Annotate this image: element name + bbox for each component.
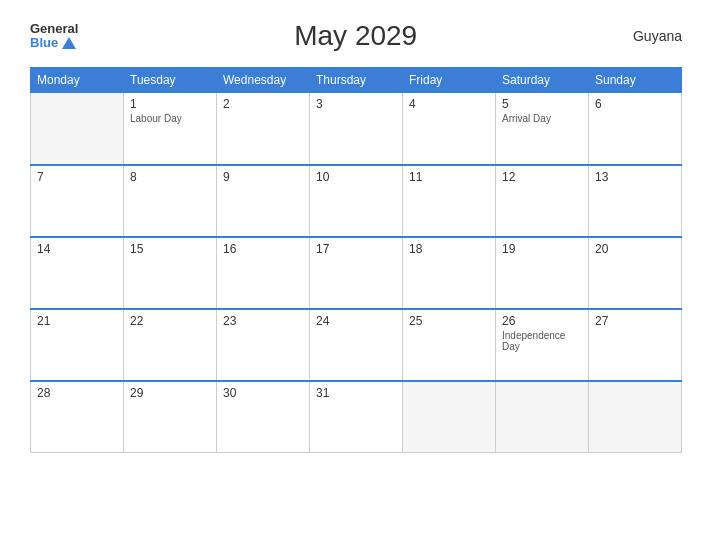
day-number: 15 [130, 242, 210, 256]
day-number: 9 [223, 170, 303, 184]
top-bar: General Blue May 2029 Guyana [30, 20, 682, 52]
day-number: 4 [409, 97, 489, 111]
week-row-2: 78910111213 [31, 165, 682, 237]
calendar-cell: 28 [31, 381, 124, 453]
day-number: 6 [595, 97, 675, 111]
country-name: Guyana [633, 28, 682, 44]
calendar-cell: 2 [217, 93, 310, 165]
calendar-cell: 23 [217, 309, 310, 381]
calendar-cell: 6 [589, 93, 682, 165]
calendar-cell: 19 [496, 237, 589, 309]
day-number: 13 [595, 170, 675, 184]
calendar-cell [496, 381, 589, 453]
day-number: 31 [316, 386, 396, 400]
day-number: 26 [502, 314, 582, 328]
logo-general-text: General [30, 22, 78, 36]
calendar-cell: 8 [124, 165, 217, 237]
calendar-cell: 13 [589, 165, 682, 237]
day-number: 1 [130, 97, 210, 111]
holiday-name: Labour Day [130, 113, 210, 124]
calendar-title: May 2029 [294, 20, 417, 52]
calendar-table: MondayTuesdayWednesdayThursdayFridaySatu… [30, 67, 682, 453]
day-number: 29 [130, 386, 210, 400]
day-number: 18 [409, 242, 489, 256]
header-day-wednesday: Wednesday [217, 68, 310, 93]
logo: General Blue [30, 22, 78, 51]
day-number: 25 [409, 314, 489, 328]
calendar-cell: 25 [403, 309, 496, 381]
calendar-cell: 21 [31, 309, 124, 381]
calendar-cell: 27 [589, 309, 682, 381]
header-day-monday: Monday [31, 68, 124, 93]
week-row-1: 1Labour Day2345Arrival Day6 [31, 93, 682, 165]
day-number: 2 [223, 97, 303, 111]
day-number: 28 [37, 386, 117, 400]
calendar-cell: 12 [496, 165, 589, 237]
calendar-cell: 7 [31, 165, 124, 237]
logo-blue-text: Blue [30, 36, 58, 50]
day-number: 7 [37, 170, 117, 184]
calendar-cell: 29 [124, 381, 217, 453]
calendar-cell: 1Labour Day [124, 93, 217, 165]
logo-triangle-icon [62, 37, 76, 49]
calendar-cell: 17 [310, 237, 403, 309]
header-day-sunday: Sunday [589, 68, 682, 93]
week-row-3: 14151617181920 [31, 237, 682, 309]
calendar-cell: 11 [403, 165, 496, 237]
day-number: 21 [37, 314, 117, 328]
calendar-cell [403, 381, 496, 453]
day-number: 27 [595, 314, 675, 328]
calendar-cell: 5Arrival Day [496, 93, 589, 165]
calendar-cell: 24 [310, 309, 403, 381]
calendar-cell: 26Independence Day [496, 309, 589, 381]
day-number: 24 [316, 314, 396, 328]
day-number: 19 [502, 242, 582, 256]
header-day-saturday: Saturday [496, 68, 589, 93]
calendar-cell [589, 381, 682, 453]
day-number: 14 [37, 242, 117, 256]
calendar-cell: 30 [217, 381, 310, 453]
header-row: MondayTuesdayWednesdayThursdayFridaySatu… [31, 68, 682, 93]
day-number: 20 [595, 242, 675, 256]
calendar-cell: 16 [217, 237, 310, 309]
day-number: 10 [316, 170, 396, 184]
calendar-cell: 14 [31, 237, 124, 309]
day-number: 12 [502, 170, 582, 184]
day-number: 8 [130, 170, 210, 184]
day-number: 16 [223, 242, 303, 256]
header-day-friday: Friday [403, 68, 496, 93]
day-number: 23 [223, 314, 303, 328]
holiday-name: Independence Day [502, 330, 582, 352]
header-day-tuesday: Tuesday [124, 68, 217, 93]
calendar-cell: 15 [124, 237, 217, 309]
calendar-cell: 10 [310, 165, 403, 237]
day-number: 3 [316, 97, 396, 111]
calendar-cell: 4 [403, 93, 496, 165]
day-number: 5 [502, 97, 582, 111]
holiday-name: Arrival Day [502, 113, 582, 124]
calendar-cell: 20 [589, 237, 682, 309]
calendar-cell: 3 [310, 93, 403, 165]
week-row-4: 212223242526Independence Day27 [31, 309, 682, 381]
day-number: 11 [409, 170, 489, 184]
week-row-5: 28293031 [31, 381, 682, 453]
day-number: 30 [223, 386, 303, 400]
calendar-cell: 9 [217, 165, 310, 237]
day-number: 17 [316, 242, 396, 256]
header-day-thursday: Thursday [310, 68, 403, 93]
day-number: 22 [130, 314, 210, 328]
calendar-cell: 18 [403, 237, 496, 309]
calendar-cell: 31 [310, 381, 403, 453]
calendar-cell [31, 93, 124, 165]
calendar-cell: 22 [124, 309, 217, 381]
